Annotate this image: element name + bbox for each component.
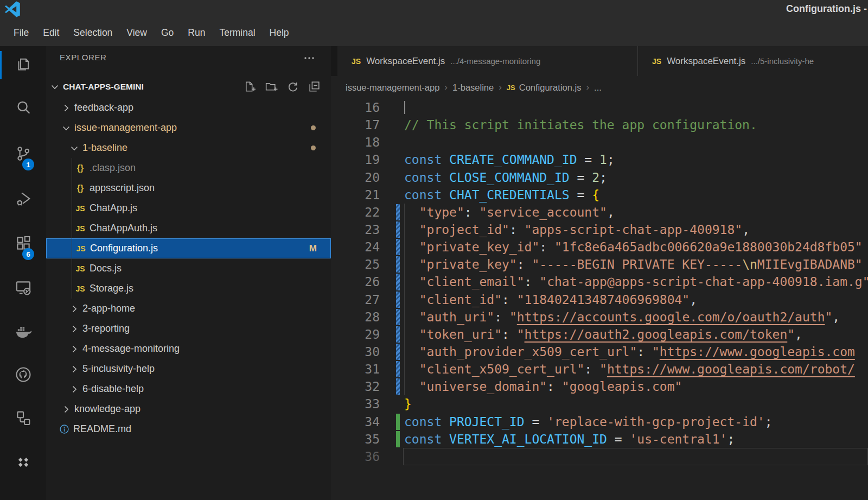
line-number: 21 (331, 186, 380, 204)
tree-item-label: 4-message-monitoring (82, 343, 180, 355)
menu-edit[interactable]: Edit (36, 20, 66, 46)
code-line-31[interactable]: 31 "client_x509_cert_url": "https://www.… (331, 360, 868, 378)
tree-item-knowledge-app[interactable]: knowledge-app (46, 399, 331, 419)
vscode-logo-icon (4, 1, 21, 17)
code-line-21[interactable]: 21const CHAT_CREDENTIALS = { (331, 186, 868, 204)
code-line-30[interactable]: 30 "auth_provider_x509_cert_url": "https… (331, 343, 868, 360)
tree-item-chatapp-js[interactable]: JSChatApp.js (46, 198, 331, 218)
activity-bar: 16 (0, 46, 46, 500)
menu-go[interactable]: Go (154, 20, 181, 46)
tree-item-1-baseline[interactable]: 1-baseline (46, 138, 331, 158)
code-line-27[interactable]: 27 "client_id": "118402413487406969804", (331, 291, 868, 308)
menu-selection[interactable]: Selection (66, 20, 119, 46)
code-line-26[interactable]: 26 "client_email": "chat-app@apps-script… (331, 273, 868, 290)
chevron-right-icon: › (586, 82, 589, 93)
code-line-20[interactable]: 20const CLOSE_COMMAND_ID = 2; (331, 169, 868, 186)
chevron-down-icon (49, 81, 60, 92)
code-line-25[interactable]: 25 "private_key": "-----BEGIN PRIVATE KE… (331, 256, 868, 273)
code-line-23[interactable]: 23 "project_id": "apps-script-chat-app-4… (331, 221, 868, 238)
title-bar: Configuration.js - (0, 0, 868, 20)
js-file-icon: JS (73, 263, 87, 275)
line-number: 25 (331, 256, 380, 273)
code-line-32[interactable]: 32 "universe_domain": "googleapis.com" (331, 378, 868, 395)
tree-item-chatappauth-js[interactable]: JSChatAppAuth.js (46, 218, 331, 238)
code-line-16[interactable]: 16 (331, 99, 868, 116)
tree-item-docs-js[interactable]: JSDocs.js (46, 258, 331, 279)
tree-item--clasp-json[interactable]: {}.clasp.json (46, 158, 331, 178)
activity-search[interactable] (0, 93, 46, 124)
code-text: const CREATE_COMMAND_ID = 1; (331, 151, 868, 168)
tree-item-4-message-monitoring[interactable]: 4-message-monitoring (46, 339, 331, 359)
gutter-modified-indicator (396, 221, 400, 238)
line-number: 31 (331, 360, 380, 378)
activity-remote-explorer[interactable] (0, 274, 46, 304)
tree-item-label: 6-disable-help (82, 383, 144, 395)
tree-item-readme-md[interactable]: README.md (46, 419, 331, 439)
activity-explorer[interactable] (0, 50, 46, 80)
tree-item-label: 3-reporting (82, 323, 130, 334)
indent-guide (404, 326, 405, 343)
breadcrumb-item[interactable]: ... (594, 83, 602, 93)
code-editor[interactable]: 1617// This script initiates the app con… (331, 99, 868, 500)
tree-item-3-reporting[interactable]: 3-reporting (46, 319, 331, 339)
code-line-17[interactable]: 17// This script initiates the app confi… (331, 116, 868, 134)
tab-workspaceevent-js-1[interactable]: JSWorkspaceEvent.js.../4-message-monitor… (337, 46, 637, 76)
code-line-34[interactable]: 34const PROJECT_ID = 'replace-with-gcp-p… (331, 413, 868, 431)
code-line-28[interactable]: 28 "auth_uri": "https://accounts.google.… (331, 308, 868, 326)
indent-guide (404, 273, 405, 290)
menu-file[interactable]: File (7, 20, 36, 46)
tree-item-feedback-app[interactable]: feedback-app (46, 98, 331, 118)
breadcrumb-item[interactable]: Configuration.js (519, 83, 582, 93)
breadcrumb-item[interactable]: issue-management-app (346, 83, 439, 93)
menu-help[interactable]: Help (263, 20, 296, 46)
refresh-icon[interactable] (286, 80, 299, 93)
new-file-icon[interactable] (242, 80, 256, 93)
activity-project-manager[interactable] (0, 404, 46, 434)
tab-workspaceevent-js-2[interactable]: JSWorkspaceEvent.js.../5-inclusivity-he (637, 46, 868, 76)
remote-icon (14, 279, 33, 299)
breadcrumb-item[interactable]: 1-baseline (452, 83, 494, 93)
tab-bar: JSWorkspaceEvent.js.../4-message-monitor… (331, 46, 868, 76)
code-text: "token_uri": "https://oauth2.googleapis.… (331, 326, 868, 343)
code-line-33[interactable]: 33} (331, 395, 868, 413)
code-line-36[interactable]: 36 (331, 448, 868, 465)
code-line-18[interactable]: 18 (331, 134, 868, 151)
menu-run[interactable]: Run (181, 20, 212, 46)
chevron-right-icon (61, 103, 72, 113)
code-text: const VERTEX_AI_LOCATION_ID = 'us-centra… (331, 431, 868, 448)
workspace-section-header[interactable]: CHAT-APPS-GEMINI (46, 78, 331, 96)
tree-item-2-app-home[interactable]: 2-app-home (46, 299, 331, 319)
activity-badge: 1 (22, 159, 34, 170)
more-actions-icon[interactable] (303, 52, 316, 65)
diamonds-icon (14, 453, 33, 473)
code-text: } (331, 395, 868, 413)
code-line-35[interactable]: 35const VERTEX_AI_LOCATION_ID = 'us-cent… (331, 431, 868, 448)
tree-item-configuration-js[interactable]: JSConfiguration.jsM (46, 238, 331, 258)
line-number: 18 (331, 134, 380, 151)
menu-view[interactable]: View (119, 20, 154, 46)
collapse-all-icon[interactable] (308, 80, 321, 93)
tree-item-issue-management-app[interactable]: issue-management-app (46, 118, 331, 138)
activity-gemini[interactable] (0, 448, 46, 478)
new-folder-icon[interactable] (264, 80, 278, 93)
tree-item-storage-js[interactable]: JSStorage.js (46, 279, 331, 299)
line-number: 29 (331, 326, 380, 343)
js-file-icon: JS (73, 202, 87, 214)
tree-item-6-disable-help[interactable]: 6-disable-help (46, 379, 331, 399)
chevron-right-icon: › (499, 82, 502, 93)
tree-item-label: 2-app-home (82, 303, 135, 314)
code-line-19[interactable]: 19const CREATE_COMMAND_ID = 1; (331, 151, 868, 168)
code-line-24[interactable]: 24 "private_key_id": "1fc8e6a465adbc0066… (331, 238, 868, 256)
menu-terminal[interactable]: Terminal (212, 20, 262, 46)
gutter-modified-indicator (396, 344, 400, 360)
line-number: 22 (331, 204, 380, 221)
activity-run-and-debug[interactable] (0, 185, 46, 215)
activity-github[interactable] (0, 360, 46, 391)
code-line-22[interactable]: 22 "type": "service_account", (331, 204, 868, 221)
code-line-29[interactable]: 29 "token_uri": "https://oauth2.googleap… (331, 326, 868, 343)
json-file-icon: {} (73, 182, 87, 194)
code-text: "auth_provider_x509_cert_url": "https://… (331, 343, 868, 360)
tree-item-5-inclusivity-help[interactable]: 5-inclusivity-help (46, 359, 331, 379)
activity-docker[interactable] (0, 317, 46, 347)
tree-item-appsscript-json[interactable]: {}appsscript.json (46, 178, 331, 198)
